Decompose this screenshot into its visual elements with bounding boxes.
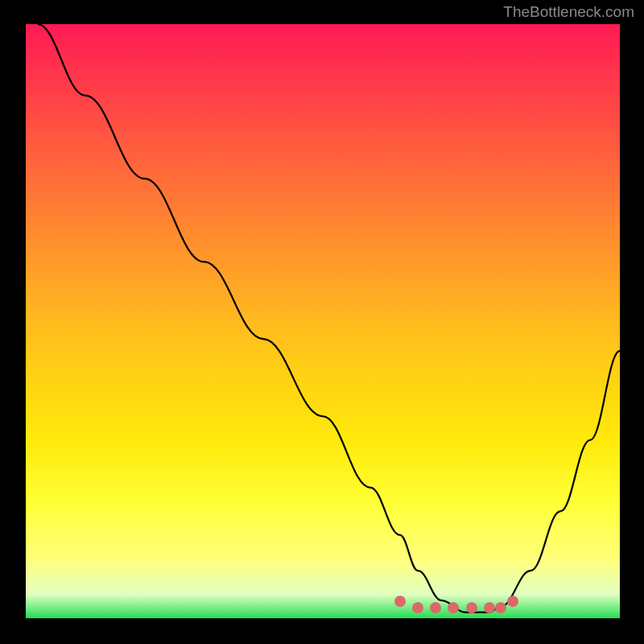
bottleneck-curve (38, 24, 620, 613)
optimal-dot (394, 596, 406, 607)
chart-curve-svg (26, 24, 620, 618)
watermark-text: TheBottleneck.com (503, 3, 634, 21)
optimal-dot (484, 602, 495, 613)
optimal-dot (466, 602, 477, 613)
chart-plot-area (26, 24, 620, 618)
optimal-dot (412, 602, 423, 613)
